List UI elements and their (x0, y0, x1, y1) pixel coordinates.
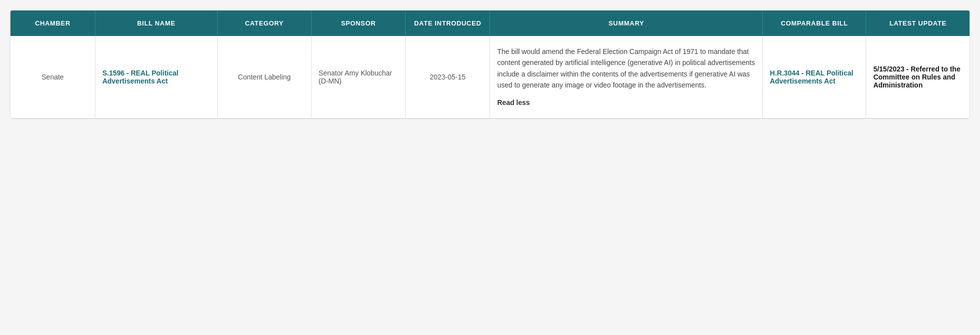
header-category: CATEGORY (217, 10, 311, 36)
header-date-introduced: DATE INTRODUCED (406, 10, 490, 36)
cell-summary: The bill would amend the Federal Electio… (490, 36, 763, 118)
header-comparable-bill: COMPARABLE BILL (763, 10, 866, 36)
cell-category: Content Labeling (217, 36, 311, 118)
legislation-table: CHAMBER BILL NAME CATEGORY SPONSOR DATE … (10, 10, 970, 119)
cell-chamber: Senate (10, 36, 95, 118)
table-row: Senate S.1596 - REAL Political Advertise… (10, 36, 970, 118)
header-chamber: CHAMBER (10, 10, 95, 36)
cell-bill-name: S.1596 - REAL Political Advertisements A… (95, 36, 217, 118)
cell-date-introduced: 2023-05-15 (406, 36, 490, 118)
cell-sponsor: Senator Amy Klobuchar (D-MN) (311, 36, 405, 118)
header-latest-update: LATEST UPDATE (866, 10, 970, 36)
header-bill-name: BILL NAME (95, 10, 217, 36)
read-less-button[interactable]: Read less (497, 97, 755, 108)
header-sponsor: SPONSOR (311, 10, 405, 36)
cell-latest-update: 5/15/2023 - Referred to the Committee on… (866, 36, 970, 118)
cell-comparable-bill: H.R.3044 - REAL Political Advertisements… (763, 36, 866, 118)
table-header-row: CHAMBER BILL NAME CATEGORY SPONSOR DATE … (10, 10, 970, 36)
header-summary: SUMMARY (490, 10, 763, 36)
summary-text: The bill would amend the Federal Electio… (497, 48, 755, 89)
